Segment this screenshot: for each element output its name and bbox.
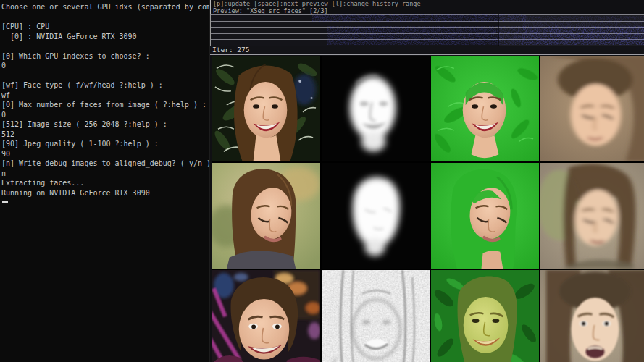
terminal-line: [0] Max number of faces from image ( ?:h… — [1, 100, 209, 110]
preview-header: [p]:update [space]:next preview [l]:chan… — [210, 0, 644, 14]
preview-title: Preview: "XSeg src faces" [2/3] — [213, 8, 644, 15]
cell-src-face-1 — [212, 56, 320, 161]
iteration-bar: Iter: 275 — [210, 46, 644, 55]
terminal-line: Choose one or several GPU idxs (separate… — [1, 2, 209, 12]
screen: [p]:update [space]:next preview [l]:chan… — [0, 0, 644, 362]
cell-pred-1 — [540, 56, 644, 161]
src-face-image-2 — [212, 163, 320, 269]
cell-overlay-1 — [431, 56, 539, 161]
prediction-image-1 — [540, 56, 644, 161]
terminal-line: Running on NVIDIA GeForce RTX 3090 — [1, 188, 209, 198]
history-range-divider — [498, 14, 644, 46]
cell-overlay-2 — [431, 163, 539, 269]
terminal-cursor[interactable] — [2, 201, 8, 203]
terminal-line — [1, 41, 209, 51]
terminal-line: n — [1, 169, 209, 179]
cell-src-face-3 — [212, 270, 320, 362]
terminal-line: 512 — [1, 130, 209, 140]
terminal-line: wf — [1, 90, 209, 101]
xseg-overlay-image-1 — [431, 56, 539, 161]
cell-mask-3 — [322, 270, 430, 362]
mask-image-2 — [322, 163, 430, 269]
terminal-window[interactable]: Choose one or several GPU idxs (separate… — [0, 0, 210, 362]
terminal-line: 0 — [1, 61, 209, 71]
terminal-line: [0] Which GPU indexes to choose? : — [1, 51, 209, 62]
mask-image-3 — [322, 270, 430, 362]
preview-face-grid — [212, 56, 644, 362]
mask-image-1 — [322, 56, 430, 161]
terminal-line: [wf] Face type ( f/wf/head ?:help ) : — [1, 80, 209, 90]
src-face-image-1 — [212, 56, 320, 161]
src-face-image-3 — [212, 270, 320, 362]
xseg-preview-window[interactable]: [p]:update [space]:next preview [l]:chan… — [210, 0, 644, 362]
terminal-line: [512] Image size ( 256-2048 ?:help ) : — [1, 119, 209, 130]
loss-history-graph — [210, 14, 644, 46]
terminal-line: 0 — [1, 110, 209, 120]
prediction-image-3 — [540, 270, 644, 362]
terminal-line: [n] Write debug images to aligned_debug?… — [1, 159, 209, 169]
cell-overlay-3 — [431, 270, 539, 362]
xseg-overlay-image-3 — [431, 270, 539, 362]
iteration-counter: Iter: 275 — [212, 46, 249, 54]
terminal-line — [1, 71, 209, 81]
terminal-line: [CPU] : CPU — [1, 22, 209, 32]
cell-src-face-2 — [212, 163, 320, 269]
terminal-line — [1, 12, 209, 22]
prediction-image-2 — [540, 163, 644, 269]
xseg-overlay-image-2 — [431, 163, 539, 269]
terminal-line: 90 — [1, 149, 209, 159]
cell-pred-2 — [540, 163, 644, 269]
cell-mask-1 — [322, 56, 430, 161]
cell-mask-2 — [322, 163, 430, 269]
cell-pred-3 — [540, 270, 644, 362]
terminal-line: [0] : NVIDIA GeForce RTX 3090 — [1, 32, 209, 42]
terminal-line: [90] Jpeg quality ( 1-100 ?:help ) : — [1, 139, 209, 149]
terminal-output: Choose one or several GPU idxs (separate… — [1, 2, 209, 198]
terminal-line: Extracting faces... — [1, 178, 209, 188]
